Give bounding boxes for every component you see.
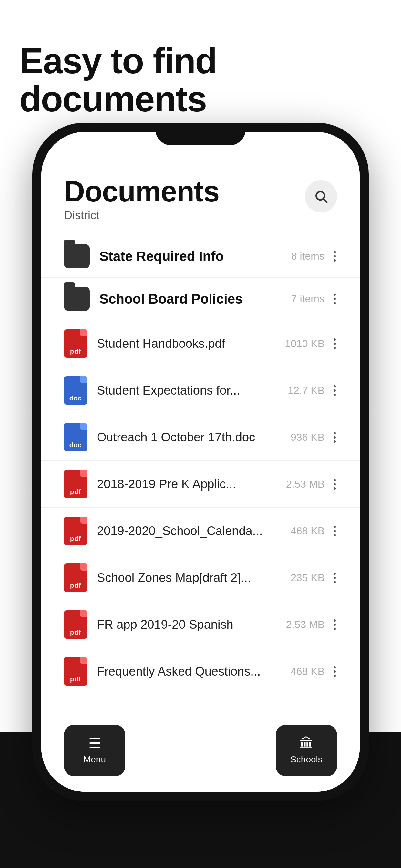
file-meta: 2.53 MB: [286, 618, 337, 631]
three-dots-icon: [334, 385, 336, 396]
file-size: 235 KB: [290, 572, 325, 584]
document-list-area: State Required Info 8 items: [41, 228, 360, 772]
more-button[interactable]: [332, 292, 337, 306]
page-background: Easy to find documents Documents Distric…: [0, 0, 401, 868]
three-dots-icon: [334, 666, 336, 677]
file-size: 936 KB: [290, 431, 325, 443]
folder-meta: 7 items: [291, 292, 337, 306]
screen-content: Documents District: [41, 158, 360, 792]
folder-name: State Required Info: [99, 249, 286, 264]
three-dots-icon: [334, 293, 336, 304]
list-item[interactable]: pdf School Zones Map[draft 2]... 235 KB: [41, 554, 360, 601]
bottom-navigation: ☰ Menu 🏛 Schools: [41, 718, 360, 783]
file-name: Student Handbooks.pdf: [97, 337, 280, 351]
more-button[interactable]: [332, 337, 337, 350]
pdf-file-icon: pdf: [64, 563, 87, 592]
list-item[interactable]: doc Student Expectations for... 12.7 KB: [41, 367, 360, 414]
search-button[interactable]: [305, 180, 337, 213]
file-name: Outreach 1 October 17th.doc: [97, 430, 285, 444]
folder-icon: [64, 244, 90, 268]
menu-button[interactable]: ☰ Menu: [64, 724, 125, 776]
file-meta: 468 KB: [290, 524, 337, 538]
file-name: Student Expectations for...: [97, 383, 282, 398]
district-subtitle: District: [64, 209, 305, 222]
three-dots-icon: [334, 479, 336, 490]
three-dots-icon: [334, 432, 336, 443]
folder-item-count: 7 items: [291, 293, 325, 305]
file-meta: 235 KB: [290, 571, 337, 585]
file-meta: 1010 KB: [285, 337, 337, 350]
list-item[interactable]: pdf FR app 2019-20 Spanish 2.53 MB: [41, 601, 360, 648]
three-dots-icon: [334, 251, 336, 261]
folder-meta: 8 items: [291, 250, 337, 263]
schools-icon: 🏛: [299, 736, 313, 750]
three-dots-icon: [334, 526, 336, 536]
more-button[interactable]: [332, 250, 337, 263]
folder-item-count: 8 items: [291, 250, 325, 262]
pdf-file-icon: pdf: [64, 470, 87, 498]
file-size: 2.53 MB: [286, 478, 325, 490]
list-item[interactable]: pdf 2019-2020_School_Calenda... 468 KB: [41, 507, 360, 554]
file-meta: 2.53 MB: [286, 477, 337, 491]
file-size: 1010 KB: [285, 338, 325, 350]
more-button[interactable]: [332, 571, 337, 585]
doc-file-icon: doc: [64, 423, 87, 452]
more-button[interactable]: [332, 384, 337, 397]
headline: Easy to find documents: [19, 42, 401, 118]
file-meta: 12.7 KB: [288, 384, 337, 397]
document-list: State Required Info 8 items: [41, 228, 360, 701]
three-dots-icon: [334, 572, 336, 583]
schools-button[interactable]: 🏛 Schools: [276, 724, 337, 776]
file-size: 468 KB: [290, 665, 325, 678]
more-button[interactable]: [332, 665, 337, 678]
screen-header: Documents District: [41, 158, 360, 228]
folder-name: School Board Policies: [99, 291, 286, 307]
pdf-file-icon: pdf: [64, 657, 87, 686]
pdf-file-icon: pdf: [64, 610, 87, 639]
more-button[interactable]: [332, 524, 337, 538]
more-button[interactable]: [332, 618, 337, 631]
folder-icon: [64, 287, 90, 311]
header-text-block: Documents District: [64, 177, 305, 222]
list-item[interactable]: pdf Frequently Asked Questions... 468 KB: [41, 648, 360, 694]
search-icon: [314, 189, 328, 204]
file-name: 2019-2020_School_Calenda...: [97, 524, 285, 538]
list-item[interactable]: pdf Student Handbooks.pdf 1010 KB: [41, 320, 360, 367]
phone-notch: [155, 123, 246, 145]
list-item[interactable]: State Required Info 8 items: [41, 235, 360, 278]
file-meta: 936 KB: [290, 431, 337, 444]
file-meta: 468 KB: [290, 665, 337, 678]
schools-label: Schools: [290, 754, 322, 765]
list-item[interactable]: pdf 2018-2019 Pre K Applic... 2.53 MB: [41, 461, 360, 507]
three-dots-icon: [334, 338, 336, 349]
doc-file-icon: doc: [64, 376, 87, 405]
three-dots-icon: [334, 619, 336, 630]
more-button[interactable]: [332, 431, 337, 444]
pdf-file-icon: pdf: [64, 517, 87, 545]
list-item[interactable]: doc Outreach 1 October 17th.doc 936 KB: [41, 414, 360, 461]
phone-screen: Documents District: [41, 132, 360, 792]
menu-icon: ☰: [89, 736, 101, 750]
phone-frame: Documents District: [32, 123, 369, 801]
file-name: Frequently Asked Questions...: [97, 664, 285, 678]
pdf-file-icon: pdf: [64, 330, 87, 358]
file-name: 2018-2019 Pre K Applic...: [97, 477, 281, 491]
svg-line-1: [323, 199, 327, 202]
file-size: 2.53 MB: [286, 619, 325, 631]
more-button[interactable]: [332, 477, 337, 491]
file-name: FR app 2019-20 Spanish: [97, 618, 281, 631]
file-size: 12.7 KB: [288, 384, 325, 397]
file-name: School Zones Map[draft 2]...: [97, 571, 285, 585]
menu-label: Menu: [83, 754, 106, 765]
file-size: 468 KB: [290, 525, 325, 537]
list-item[interactable]: School Board Policies 7 items: [41, 278, 360, 320]
documents-title: Documents: [64, 177, 305, 206]
